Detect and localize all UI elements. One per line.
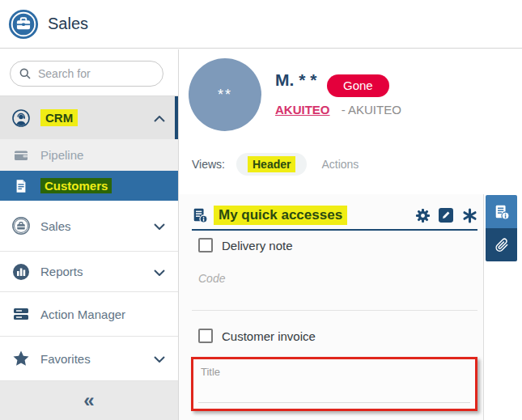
double-chevron-left-icon: «: [83, 391, 94, 410]
tab-header-label: Header: [248, 156, 295, 172]
app-logo-briefcase-icon: [8, 9, 39, 40]
bar-chart-icon: [11, 262, 31, 282]
sidebar-collapse-button[interactable]: «: [0, 381, 178, 420]
sidebar: CRM Pipeline: [0, 49, 179, 420]
title-field-label: Title: [201, 366, 220, 378]
avatar-initials: **: [218, 87, 232, 104]
delivery-note-checkbox[interactable]: [198, 238, 213, 252]
code-field[interactable]: Code: [198, 272, 225, 285]
sidebar-item-action-manager[interactable]: Action Manager: [0, 292, 178, 337]
views-label: Views:: [192, 158, 225, 171]
sidebar-item-label: Reports: [40, 265, 83, 278]
sidebar-item-label: Sales: [40, 219, 71, 233]
customer-invoice-label: Customer invoice: [222, 329, 316, 343]
company-link[interactable]: AKUITEO: [275, 103, 330, 117]
company-secondary-label: - AKUITEO: [342, 103, 401, 117]
sidebar-item-pipeline[interactable]: Pipeline: [0, 139, 178, 171]
sidebar-item-label: Pipeline: [40, 148, 83, 162]
sidebar-item-crm[interactable]: CRM: [0, 95, 178, 139]
side-tab-strip: [486, 195, 517, 261]
chevron-up-icon: [154, 111, 165, 125]
status-badge: Gone: [327, 74, 389, 97]
tab-attachments[interactable]: [486, 228, 517, 261]
quick-accesses-panel: My quick accesses: [179, 194, 484, 420]
briefcase-circle-icon: [11, 216, 31, 235]
sidebar-item-customers[interactable]: Customers: [0, 171, 178, 201]
top-header: Sales: [0, 0, 522, 49]
app-window: Sales CRM: [0, 0, 522, 420]
document-info-icon: [192, 207, 208, 223]
paperclip-icon: [494, 237, 510, 253]
title-field[interactable]: Title: [191, 357, 477, 411]
document-info-icon: [494, 204, 510, 220]
field-underline: [198, 402, 470, 403]
star-icon: [11, 349, 31, 368]
views-switcher: Views: Header Actions: [192, 151, 359, 177]
headset-agent-icon: [11, 108, 31, 128]
main-content: ** M. * * Gone AKUITEO - AKUITEO Views: …: [179, 49, 522, 420]
delivery-note-row: Delivery note: [198, 238, 293, 252]
chevron-down-icon: [154, 265, 165, 279]
asterisk-icon[interactable]: [461, 207, 477, 223]
sidebar-item-favorites[interactable]: Favorites: [0, 337, 178, 381]
search-icon: [19, 67, 32, 80]
delivery-note-label: Delivery note: [222, 239, 293, 252]
edit-pencil-icon[interactable]: [438, 207, 454, 223]
server-stack-icon: [11, 304, 31, 324]
company-row: AKUITEO - AKUITEO: [275, 103, 401, 117]
customer-invoice-checkbox[interactable]: [198, 329, 213, 343]
tab-actions[interactable]: Actions: [321, 158, 359, 171]
wallet-icon: [11, 146, 31, 165]
sidebar-item-label: CRM: [40, 109, 78, 126]
record-title: M. * *: [275, 70, 316, 90]
divider: [192, 310, 477, 311]
panel-header: My quick accesses: [192, 202, 477, 231]
sidebar-item-label: Action Manager: [40, 308, 125, 321]
gear-icon[interactable]: [414, 207, 431, 223]
panel-title: My quick accesses: [214, 206, 347, 225]
chevron-down-icon: [154, 351, 165, 366]
chevron-down-icon: [154, 218, 165, 233]
sidebar-item-label: Favorites: [40, 352, 91, 366]
avatar: **: [189, 58, 261, 131]
search-input[interactable]: [38, 67, 151, 80]
page-title: Sales: [48, 15, 88, 33]
sidebar-item-label: Customers: [40, 178, 112, 193]
sidebar-item-reports[interactable]: Reports: [0, 252, 178, 292]
customer-invoice-row: Customer invoice: [198, 329, 316, 343]
sidebar-search[interactable]: [10, 61, 163, 87]
tab-header[interactable]: Header: [236, 153, 307, 176]
document-icon: [11, 176, 31, 196]
tab-record-info[interactable]: [486, 195, 517, 228]
sidebar-item-sales[interactable]: Sales: [0, 201, 178, 252]
